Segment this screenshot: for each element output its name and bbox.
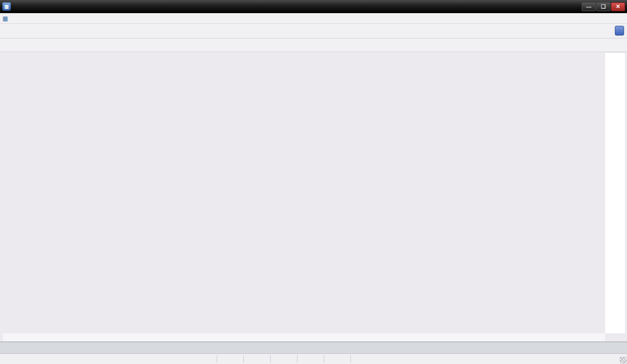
- notifications-badge[interactable]: [615, 26, 624, 36]
- price-scale[interactable]: [605, 53, 625, 333]
- resize-grip[interactable]: [620, 357, 627, 364]
- chart-document-icon[interactable]: ▦: [2, 15, 10, 22]
- standard-toolbar: [0, 24, 627, 38]
- status-cell: [324, 355, 350, 363]
- app-logo-icon: ▥: [2, 2, 11, 11]
- window-edge: [625, 52, 627, 341]
- title-bar[interactable]: ▥ — ❑ ✕: [0, 0, 627, 13]
- menu-bar: ▦: [0, 13, 627, 24]
- drawing-toolbar: [0, 38, 627, 52]
- window-controls: — ❑ ✕: [581, 2, 625, 11]
- status-cell: [270, 355, 297, 363]
- close-button[interactable]: ✕: [611, 2, 625, 11]
- status-bar: [0, 353, 627, 364]
- maximize-button[interactable]: ❑: [596, 2, 610, 11]
- metatrader-window: ▥ — ❑ ✕ ▦: [0, 0, 627, 364]
- minimize-button[interactable]: —: [582, 2, 596, 11]
- status-cell: [217, 355, 243, 363]
- status-cell: [297, 355, 324, 363]
- chart-tab-bar: [0, 342, 627, 353]
- time-scale[interactable]: [3, 333, 605, 341]
- status-cell: [350, 355, 377, 363]
- status-cell: [243, 355, 270, 363]
- chart-header: [7, 55, 13, 61]
